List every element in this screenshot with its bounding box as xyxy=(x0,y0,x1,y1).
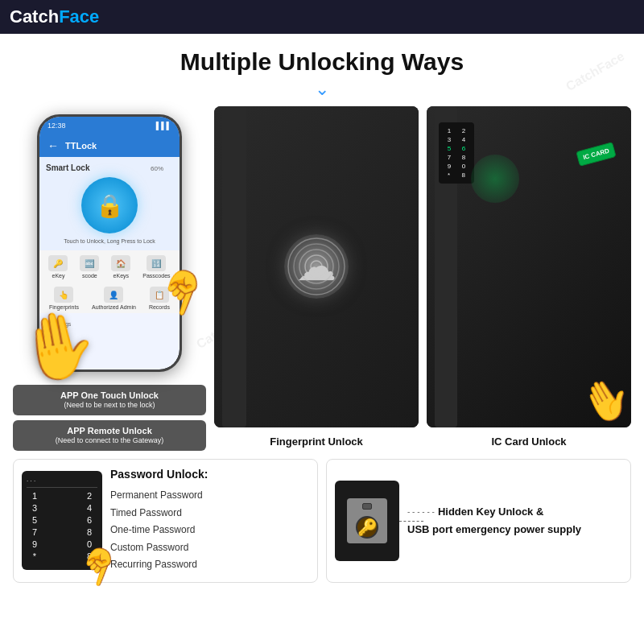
ekey-label: eKey xyxy=(52,273,64,279)
lock-bar xyxy=(222,106,246,427)
ekey-icon: 🔑 xyxy=(48,255,68,271)
kp-row-3: 5 6 xyxy=(442,145,471,152)
pw-item-recurring: Recurring Password xyxy=(110,556,309,574)
logo-face: Face xyxy=(59,6,99,27)
fingerprint-img-box: ☁ xyxy=(214,106,419,427)
pw-2: 2 xyxy=(81,491,97,501)
pw-7: 7 xyxy=(27,527,43,537)
phone-nav-bar: ← TTLock xyxy=(39,134,180,157)
kp-5: 5 xyxy=(448,145,451,152)
lock-circle[interactable]: 🔒 xyxy=(81,177,138,233)
password-keypad: · · · 1 2 3 4 5 6 7 8 9 xyxy=(22,471,102,570)
kp-8b: 8 xyxy=(461,171,464,179)
ic-card-visual: 1 2 3 4 5 6 7 xyxy=(427,106,631,427)
key-title-row: - - - - - - Hidden Key Unlock & xyxy=(407,505,622,519)
kp-star: * xyxy=(448,171,450,179)
usb-port-visual xyxy=(362,503,372,510)
app-one-touch-label: APP One Touch Unlock xyxy=(19,390,200,401)
menu-scode[interactable]: 🔤 scode xyxy=(80,255,99,279)
menu-admin[interactable]: 👤 Authorized Admin xyxy=(92,287,136,310)
phone-lock-area: Smart Lock 60% 🔒 Touch to Unlock, Long P… xyxy=(39,157,180,250)
phone-menu-row-1: 🔑 eKey 🔤 scode 🏠 eKeys xyxy=(39,250,180,283)
down-icon: ⌄ xyxy=(0,79,644,100)
phone-status-bar: 12:38 ▌▌▌ xyxy=(39,117,180,134)
svg-point-4 xyxy=(311,261,322,272)
pw-8: 8 xyxy=(81,527,97,537)
pw-star: * xyxy=(27,551,43,561)
ekeys-icon: 🏠 xyxy=(111,255,130,271)
title-section: Multiple Unlocking Ways ⌄ xyxy=(0,34,644,106)
app-buttons: APP One Touch Unlock (Need to be next to… xyxy=(13,385,206,451)
password-unlock-title: Password Unlock: xyxy=(110,468,309,481)
key-info: - - - - - - Hidden Key Unlock & USB port… xyxy=(407,505,622,537)
pw-item-permanent: Permanent Password xyxy=(110,487,309,505)
fingerprint-label: Fingerprint Unlock xyxy=(214,432,419,451)
kp-7: 7 xyxy=(448,154,451,161)
password-info: Password Unlock: Permanent Password Time… xyxy=(110,468,309,574)
password-list: Permanent Password Timed Password One-ti… xyxy=(110,487,309,574)
menu-ekeys[interactable]: 🏠 eKeys xyxy=(111,255,130,279)
menu-ekey[interactable]: 🔑 eKey xyxy=(48,255,68,279)
kp-3: 3 xyxy=(448,136,451,143)
kp-0: 0 xyxy=(462,163,465,170)
fingerprint-visual: ☁ xyxy=(214,106,419,427)
pw-5: 5 xyxy=(27,515,43,525)
bottom-row: · · · 1 2 3 4 5 6 7 8 9 xyxy=(13,459,631,583)
kp-6: 6 xyxy=(462,145,465,152)
kp-row-1: 1 2 xyxy=(442,127,471,134)
svg-point-0 xyxy=(288,238,345,295)
app-remote-sub: (Need to connect to the Gateway) xyxy=(19,436,200,446)
lock-body: 🔑 xyxy=(347,498,387,543)
fingerprints-icon: 👆 xyxy=(54,287,73,303)
ekeys-label: eKeys xyxy=(114,273,129,279)
ic-card-img-box: 1 2 3 4 5 6 7 xyxy=(427,106,631,427)
key-img-box: 🔑 xyxy=(335,481,399,561)
admin-label: Authorized Admin xyxy=(92,304,136,310)
pw-4: 4 xyxy=(81,503,97,513)
kp-row-5: 9 0 xyxy=(442,163,471,170)
password-panel: · · · 1 2 3 4 5 6 7 8 9 xyxy=(13,459,318,583)
scode-label: scode xyxy=(82,273,97,279)
header: CatchFace xyxy=(0,0,644,34)
app-one-touch-sub: (Need to be next to the lock) xyxy=(19,401,200,411)
hidden-key-panel: 🔑 - - - - - - Hidden Key Unlock & USB po… xyxy=(326,459,631,583)
content-area: 🤚 12:38 ▌▌▌ ← TTLock xyxy=(0,106,644,591)
pw-9: 9 xyxy=(27,539,43,549)
battery-pct: 60% xyxy=(151,165,163,172)
key-hole: 🔑 xyxy=(356,516,378,539)
fp-lines-svg xyxy=(284,234,349,299)
kp-4: 4 xyxy=(462,136,465,143)
kp-row-2: 3 4 xyxy=(442,136,471,143)
pw-display: · · · xyxy=(27,477,97,488)
app-one-touch-btn: APP One Touch Unlock (Need to be next to… xyxy=(13,385,206,415)
back-arrow[interactable]: ← xyxy=(47,139,59,152)
scode-icon: 🔤 xyxy=(80,255,99,271)
phone-signal: ▌▌▌ xyxy=(156,122,171,130)
top-row: 🤚 12:38 ▌▌▌ ← TTLock xyxy=(13,106,631,451)
logo-catch: Catch xyxy=(10,6,59,27)
smart-lock-label: Smart Lock xyxy=(46,163,89,172)
kp-1: 1 xyxy=(448,127,451,134)
fingerprint-panel: ☁ Fingerprint xyxy=(214,106,419,451)
svg-point-1 xyxy=(294,244,339,289)
page-title: Multiple Unlocking Ways xyxy=(0,48,644,76)
dash-indicator: - - - - - - xyxy=(407,507,435,516)
ic-card-label: IC Card Unlock xyxy=(427,432,631,451)
app-remote-btn: APP Remote Unlock (Need to connect to th… xyxy=(13,420,206,451)
pw-row-4: 7 8 xyxy=(27,527,97,537)
kp-row-4: 7 8 xyxy=(442,154,471,161)
dash-line-1 xyxy=(399,521,423,522)
touch-label: Touch to Unlock, Long Press to Lock xyxy=(64,238,155,244)
kp-8: 8 xyxy=(462,154,465,161)
ic-card-object: IC CARD xyxy=(576,142,617,167)
pw-item-timed: Timed Password xyxy=(110,505,309,522)
ic-keypad: 1 2 3 4 5 6 7 xyxy=(439,122,474,184)
admin-icon: 👤 xyxy=(104,287,123,303)
lock-icon: 🔒 xyxy=(96,192,124,219)
ic-card-panel: 1 2 3 4 5 6 7 xyxy=(427,106,631,451)
kp-2: 2 xyxy=(462,127,465,134)
pw-1: 1 xyxy=(27,491,43,501)
pw-row-3: 5 6 xyxy=(27,515,97,525)
phone-wrapper: 🤚 12:38 ▌▌▌ ← TTLock xyxy=(21,106,198,380)
pw-row-1: 1 2 xyxy=(27,491,97,501)
